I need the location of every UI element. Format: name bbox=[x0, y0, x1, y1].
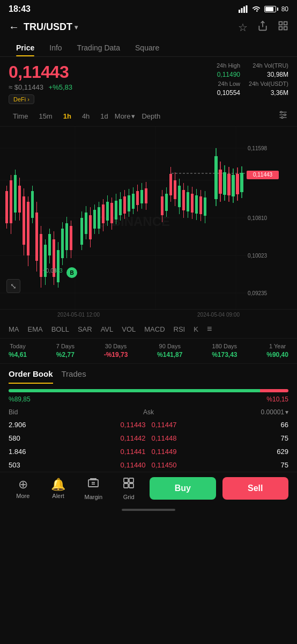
chart-container[interactable]: ⬡ BINANCE bbox=[0, 127, 297, 309]
header-actions: ☆ bbox=[238, 20, 288, 34]
status-bar: 18:43 80 bbox=[0, 0, 297, 16]
tab-square[interactable]: Square bbox=[128, 38, 167, 56]
alert-icon: 🔔 bbox=[51, 478, 65, 492]
ob-progress-labels: %89,85 %10,15 bbox=[0, 396, 297, 406]
chart-dates: 2024-05-01 12:00 2024-05-04 09:00 bbox=[0, 309, 297, 320]
bid-qty-4: 503 bbox=[9, 461, 102, 469]
time-btn-15m[interactable]: 15m bbox=[34, 110, 56, 122]
indicator-macd[interactable]: MACD bbox=[144, 324, 165, 334]
chart-expand-button[interactable]: ⤡ bbox=[6, 279, 20, 293]
indicator-sar[interactable]: SAR bbox=[78, 324, 92, 334]
performance-section: Today %4,61 7 Days %2,77 30 Days -%19,73… bbox=[0, 339, 297, 364]
time-btn-1h[interactable]: 1h bbox=[59, 110, 76, 122]
ask-center-2: 0,11442 0,11448 bbox=[102, 434, 195, 442]
svg-rect-0 bbox=[239, 10, 240, 13]
svg-text:B: B bbox=[70, 270, 73, 276]
status-icons: 80 bbox=[239, 5, 288, 13]
svg-text:343: 343 bbox=[54, 268, 63, 274]
sell-qty-1: 66 bbox=[195, 421, 288, 429]
perf-today: Today %4,61 bbox=[9, 343, 27, 359]
high-label: 24h High bbox=[201, 62, 240, 69]
perf-30days: 30 Days -%19,73 bbox=[104, 343, 128, 359]
chart-date-1: 2024-05-01 12:00 bbox=[57, 312, 100, 318]
status-time: 18:43 bbox=[9, 4, 31, 14]
bid-qty-2: 580 bbox=[9, 434, 102, 442]
order-book-progress-bar bbox=[9, 389, 288, 392]
main-tabs: Price Info Trading Data Square bbox=[0, 38, 297, 57]
wifi-icon bbox=[251, 5, 261, 13]
indicator-boll[interactable]: BOLL bbox=[51, 324, 69, 334]
chart-date-2: 2024-05-04 09:00 bbox=[197, 312, 240, 318]
indicator-vol[interactable]: VOL bbox=[122, 324, 136, 334]
ob-row-1: 2.906 0,11443 0,11447 66 bbox=[0, 418, 297, 431]
tab-info[interactable]: Info bbox=[42, 38, 69, 56]
pair-chevron[interactable]: ▾ bbox=[75, 24, 78, 31]
low-value: 0,10554 bbox=[201, 89, 240, 97]
svg-rect-1 bbox=[241, 8, 242, 13]
time-btn-4h[interactable]: 4h bbox=[78, 110, 94, 122]
sell-button[interactable]: Sell bbox=[222, 477, 289, 500]
vol-usdt-label: 24h Vol(USDT) bbox=[249, 80, 288, 87]
star-icon[interactable]: ☆ bbox=[238, 21, 248, 34]
battery-label: 80 bbox=[281, 5, 288, 13]
margin-button[interactable]: Margin bbox=[77, 477, 110, 500]
svg-rect-140 bbox=[129, 478, 133, 482]
indicator-more-icon[interactable]: ≡ bbox=[207, 324, 212, 334]
buy-button[interactable]: Buy bbox=[150, 477, 216, 500]
more-icon: ⊕ bbox=[18, 478, 28, 492]
price-step-selector[interactable]: 0.00001 ▾ bbox=[195, 408, 288, 416]
svg-rect-142 bbox=[129, 484, 133, 488]
indicator-ema[interactable]: EMA bbox=[28, 324, 43, 334]
grid-icon[interactable] bbox=[278, 20, 288, 34]
ask-center-3: 0,11441 0,11449 bbox=[102, 448, 195, 456]
ob-green-pct: %89,85 bbox=[9, 396, 31, 403]
perf-90days: 90 Days %141,87 bbox=[157, 343, 182, 359]
defi-badge[interactable]: DeFi › bbox=[9, 94, 34, 104]
svg-rect-139 bbox=[124, 478, 128, 482]
svg-rect-136 bbox=[88, 480, 98, 487]
depth-button[interactable]: Depth bbox=[142, 112, 160, 120]
vol-tru-label: 24h Vol(TRU) bbox=[249, 62, 288, 69]
indicator-avl[interactable]: AVL bbox=[101, 324, 114, 334]
bid-header: Bid bbox=[9, 408, 102, 416]
ask-center-4: 0,11440 0,11450 bbox=[102, 461, 195, 469]
perf-180days: 180 Days %173,43 bbox=[212, 343, 237, 359]
back-button[interactable]: ← bbox=[9, 21, 19, 33]
time-btn-time[interactable]: Time bbox=[9, 110, 32, 122]
grid-button[interactable]: Grid bbox=[112, 477, 145, 500]
sell-qty-3: 629 bbox=[195, 448, 288, 456]
indicator-rsi[interactable]: RSI bbox=[174, 324, 185, 334]
indicator-k[interactable]: K bbox=[194, 324, 198, 334]
more-button[interactable]: ⊕ More bbox=[6, 478, 40, 499]
bottom-bar: ⊕ More 🔔 Alert Margin Grid Buy Sel bbox=[0, 472, 297, 504]
header: ← TRU/USDT ▾ ☆ bbox=[0, 16, 297, 38]
chart-toolbar: Time 15m 1h 4h 1d More ▾ Depth bbox=[0, 106, 297, 127]
bid-qty-1: 2.906 bbox=[9, 421, 102, 429]
ask-header: Ask bbox=[102, 408, 195, 416]
svg-point-13 bbox=[284, 114, 286, 115]
svg-rect-7 bbox=[279, 27, 283, 30]
tab-price[interactable]: Price bbox=[9, 38, 42, 56]
home-indicator bbox=[0, 504, 297, 513]
indicator-ma[interactable]: MA bbox=[9, 324, 19, 334]
tab-order-book[interactable]: Order Book bbox=[9, 369, 53, 384]
price-usd: ≈ $0,11443 +%5,83 bbox=[9, 83, 196, 91]
more-time-dropdown[interactable]: More ▾ bbox=[115, 112, 136, 120]
price-stats: 24h High 24h Vol(TRU) 0,11490 30,98M 24h… bbox=[201, 62, 288, 104]
grid-trade-icon bbox=[122, 477, 135, 493]
share-icon[interactable] bbox=[257, 20, 268, 34]
tab-trading-data[interactable]: Trading Data bbox=[70, 38, 128, 56]
time-btn-1d[interactable]: 1d bbox=[96, 110, 112, 122]
sell-qty-4: 75 bbox=[195, 461, 288, 469]
svg-rect-5 bbox=[279, 22, 283, 25]
ob-progress-red bbox=[260, 389, 288, 392]
ob-row-4: 503 0,11440 0,11450 75 bbox=[0, 458, 297, 472]
ob-red-pct: %10,15 bbox=[266, 396, 288, 403]
alert-button[interactable]: 🔔 Alert bbox=[42, 478, 75, 499]
tab-trades[interactable]: Trades bbox=[62, 369, 86, 384]
price-left: 0,11443 ≈ $0,11443 +%5,83 DeFi › bbox=[9, 62, 196, 104]
chart-settings-icon[interactable] bbox=[278, 109, 288, 123]
svg-rect-2 bbox=[243, 6, 245, 13]
svg-point-12 bbox=[280, 111, 282, 113]
ob-row-2: 580 0,11442 0,11448 75 bbox=[0, 431, 297, 445]
